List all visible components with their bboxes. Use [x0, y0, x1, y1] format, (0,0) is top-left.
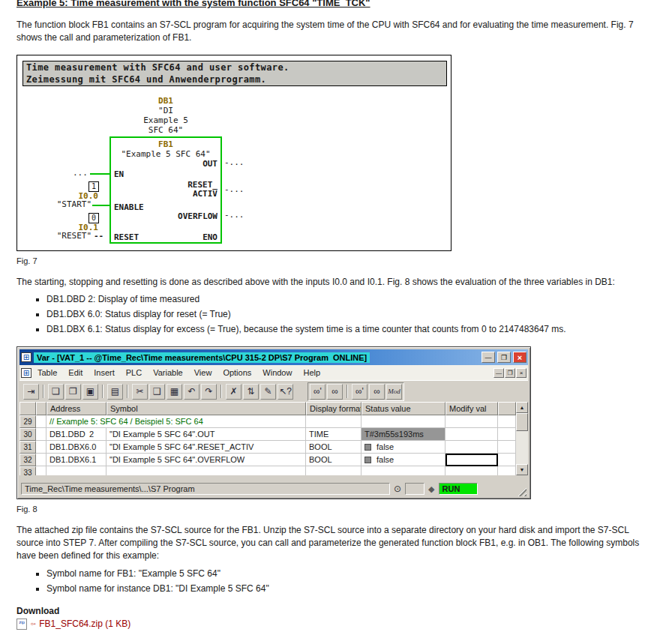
variable-table: Address Symbol Display format Status val…: [20, 402, 516, 475]
active-modify-cell[interactable]: [446, 454, 498, 466]
cut-icon[interactable]: ✂: [132, 384, 148, 400]
connection-status-icon: ⊙: [394, 484, 401, 494]
symbol-cell[interactable]: "DI Example 5 SFC 64".OVERFLOW: [106, 454, 306, 466]
mdi-child-icon[interactable]: ⊞: [21, 368, 32, 378]
list-item: DB1.DBX 6.0: Status display for reset (=…: [46, 309, 656, 319]
mdi-minimize-button[interactable]: —: [494, 368, 504, 378]
value-cell[interactable]: [362, 466, 446, 475]
column-header-format[interactable]: Display format: [306, 402, 362, 415]
pin-enable: ENABLE: [114, 202, 144, 212]
menu-table[interactable]: Table: [32, 367, 62, 379]
comment-cell[interactable]: // Example 5: SFC 64 / Beispiel 5: SFC 6…: [46, 415, 306, 428]
help-icon[interactable]: ↖?: [278, 384, 293, 400]
fig7-diagram: Time measurement with SFC64 and user sof…: [16, 55, 452, 251]
scroll-up-icon[interactable]: ▲: [516, 402, 528, 413]
value-cell[interactable]: false: [362, 454, 446, 466]
table-row[interactable]: 31 DB1.DBX6.0 "DI Example 5 SFC 64".RESE…: [20, 441, 516, 454]
menu-window[interactable]: Window: [257, 367, 297, 379]
bool-indicator-icon: [364, 444, 371, 451]
new-icon[interactable]: ❏: [48, 384, 64, 400]
table-row[interactable]: 33: [20, 466, 516, 475]
address-cell[interactable]: DB1.DBD2: [46, 428, 106, 441]
modify-cell[interactable]: [446, 441, 498, 454]
copy-icon[interactable]: ❑: [149, 384, 165, 400]
menu-plc[interactable]: PLC: [121, 367, 147, 379]
menu-help[interactable]: Help: [298, 367, 326, 379]
redo-icon[interactable]: ↷: [201, 384, 217, 400]
menu-view[interactable]: View: [189, 367, 218, 379]
table-row[interactable]: 30 DB1.DBD2 "DI Example 5 SFC 64".OUT TI…: [20, 428, 516, 441]
sort-icon[interactable]: ⇅: [243, 384, 259, 400]
toolbar: ⇥ ❏ ❐ ▣ ▤ ✂ ❑ ▦ ↶ ↷ ✗ ⇅ ✎ ↖? ∞' ∞ ∞' ∞: [20, 380, 528, 402]
table-header-row: Address Symbol Display format Status val…: [20, 402, 516, 415]
mdi-close-button[interactable]: ×: [516, 368, 526, 378]
undo-icon[interactable]: ↶: [184, 384, 200, 400]
format-cell[interactable]: TIME: [306, 428, 362, 441]
monitor-once-icon[interactable]: ∞': [310, 384, 326, 400]
row-number[interactable]: 33: [20, 466, 36, 475]
format-cell[interactable]: BOOL: [306, 441, 362, 454]
restore-button[interactable]: ❐: [497, 352, 511, 363]
column-header-address[interactable]: Address: [46, 402, 106, 415]
close-button[interactable]: ×: [513, 352, 526, 363]
zip-download-link[interactable]: FB1_SFC64.zip (1 KB): [39, 619, 130, 629]
save-icon[interactable]: ▣: [82, 384, 98, 400]
menu-variable[interactable]: Variable: [148, 367, 188, 379]
modify-cell[interactable]: [446, 428, 498, 441]
row-number[interactable]: 31: [20, 441, 36, 454]
format-cell[interactable]: BOOL: [306, 454, 362, 466]
row-number[interactable]: 32: [20, 454, 36, 466]
run-status-badge: RUN: [439, 483, 478, 495]
delete-icon[interactable]: ✗: [226, 384, 242, 400]
modify-cell[interactable]: [446, 415, 498, 428]
symbol-cell[interactable]: "DI Example 5 SFC 64".OUT: [106, 428, 306, 441]
table-row[interactable]: 32 DB1.DBX6.1 "DI Example 5 SFC 64".OVER…: [20, 454, 516, 466]
fig7-caption: Fig. 7: [16, 256, 656, 265]
minimize-button[interactable]: —: [482, 352, 495, 363]
dock-icon[interactable]: ⇥: [23, 384, 39, 400]
modify-icon[interactable]: ∞: [369, 384, 385, 400]
address-bit: 2: [89, 430, 103, 439]
modify-cell[interactable]: [446, 466, 498, 475]
address-cell[interactable]: DB1.DBX6.0: [46, 441, 106, 454]
en-dots: ...: [73, 168, 88, 178]
key-icon[interactable]: ✎: [260, 384, 276, 400]
format-cell[interactable]: [306, 466, 362, 475]
window-titlebar[interactable]: ⊞ Var - [VAT_1 -- @Time_Rec\Time measure…: [20, 349, 528, 365]
mdi-restore-button[interactable]: ❐: [505, 368, 515, 378]
vertical-scrollbar[interactable]: ▲ ▼: [516, 402, 528, 475]
paste-icon[interactable]: ▦: [166, 384, 182, 400]
scrollbar-thumb[interactable]: [516, 413, 528, 431]
table-row[interactable]: 29 // Example 5: SFC 64 / Beispiel 5: SF…: [20, 415, 516, 428]
corner-cell[interactable]: [20, 402, 36, 415]
scrollbar-track[interactable]: [516, 431, 528, 464]
scroll-down-icon[interactable]: ▼: [516, 464, 528, 475]
column-header-symbol[interactable]: Symbol: [106, 402, 306, 415]
row-number[interactable]: 29: [20, 415, 36, 428]
modify-once-icon[interactable]: ∞': [352, 384, 368, 400]
format-cell[interactable]: [306, 415, 362, 428]
value-cell[interactable]: [362, 415, 446, 428]
address-cell[interactable]: [46, 466, 106, 475]
monitor-icon[interactable]: ∞: [327, 384, 343, 400]
menu-insert[interactable]: Insert: [88, 367, 120, 379]
symbol-cell[interactable]: "DI Example 5 SFC 64".RESET_ACTIV: [106, 441, 306, 454]
modify-mod-icon[interactable]: Mod: [386, 384, 402, 400]
column-header-modify[interactable]: Modify val: [446, 402, 498, 415]
download-row: zip ♂ FB1_SFC64.zip (1 KB): [16, 619, 656, 630]
enable-wire: [92, 205, 110, 206]
menu-options[interactable]: Options: [218, 367, 256, 379]
filler-cell: [498, 415, 516, 428]
status-column-header[interactable]: [36, 402, 46, 415]
menu-edit[interactable]: Edit: [63, 367, 88, 379]
page-title: Example 5: Time measurement with the sys…: [16, 0, 656, 8]
value-cell[interactable]: false: [362, 441, 446, 454]
resize-grip[interactable]: [517, 487, 526, 496]
print-icon[interactable]: ▤: [107, 384, 123, 400]
symbol-cell[interactable]: [106, 466, 306, 475]
row-number[interactable]: 30: [20, 428, 36, 441]
value-cell[interactable]: T#3m55s193ms: [362, 428, 446, 441]
address-cell[interactable]: DB1.DBX6.1: [46, 454, 106, 466]
open-icon[interactable]: ❐: [65, 384, 81, 400]
column-header-value[interactable]: Status value: [362, 402, 446, 415]
